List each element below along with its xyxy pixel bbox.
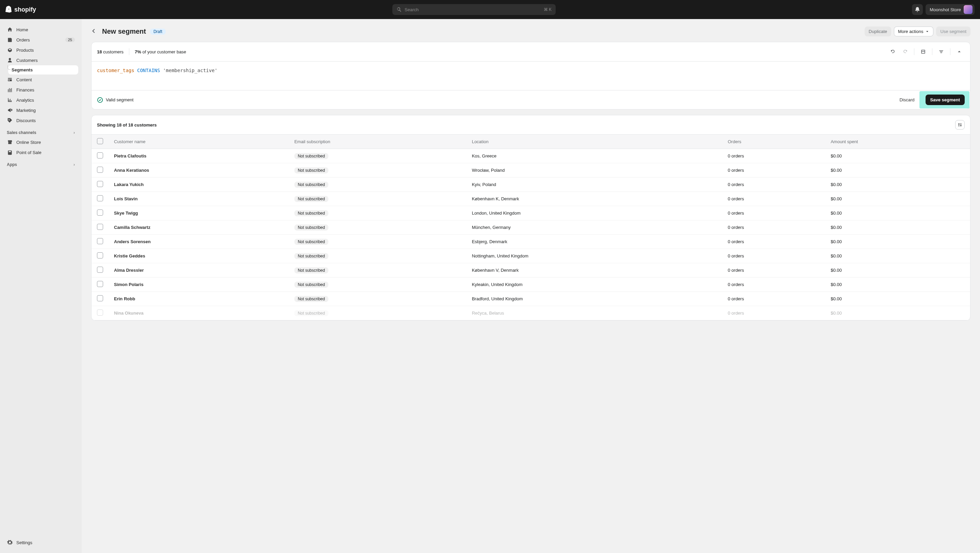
products-icon: [7, 47, 13, 53]
cell-amount: $0.00: [825, 263, 970, 278]
search-shortcut: ⌘ K: [544, 7, 552, 12]
more-actions-button[interactable]: More actions: [894, 27, 933, 37]
save-segment-button[interactable]: Save segment: [926, 95, 965, 105]
sidebar-item-online-store[interactable]: Online Store: [3, 137, 78, 147]
cell-email: Not subscribed: [289, 178, 466, 192]
row-checkbox[interactable]: [97, 153, 103, 159]
cell-location: Kyleakin, United Kingdom: [466, 278, 722, 292]
cell-location: Nottingham, United Kingdom: [466, 249, 722, 263]
table-row[interactable]: Alma DresslerNot subscribedKøbenhavn V, …: [92, 263, 970, 278]
nav-section-sales-channels[interactable]: Sales channels›: [3, 126, 78, 137]
col-name[interactable]: Customer name: [108, 135, 289, 149]
sidebar-item-home[interactable]: Home: [3, 24, 78, 35]
sidebar-item-customers[interactable]: Customers: [3, 55, 78, 65]
row-checkbox[interactable]: [97, 195, 103, 201]
shopify-logo[interactable]: shopify: [5, 6, 36, 13]
table-row[interactable]: Erin RobbNot subscribedBradford, United …: [92, 292, 970, 306]
cell-amount: $0.00: [825, 292, 970, 306]
undo-icon: [890, 49, 896, 54]
sidebar-item-settings[interactable]: Settings: [3, 537, 78, 548]
use-segment-button[interactable]: Use segment: [936, 27, 970, 37]
table-row[interactable]: Kristie GeddesNot subscribedNottingham, …: [92, 249, 970, 263]
cell-name: Anna Keratianos: [108, 163, 289, 178]
duplicate-button[interactable]: Duplicate: [865, 27, 891, 37]
table-row[interactable]: Simon PolarisNot subscribedKyleakin, Uni…: [92, 278, 970, 292]
select-all-checkbox[interactable]: [97, 138, 103, 144]
page-title: New segment: [102, 27, 146, 35]
undo-button[interactable]: [888, 47, 898, 56]
row-checkbox[interactable]: [97, 181, 103, 187]
row-checkbox[interactable]: [97, 210, 103, 216]
cell-name: Anders Sorensen: [108, 235, 289, 249]
sidebar-item-label: Home: [16, 27, 28, 32]
cell-orders: 0 orders: [722, 292, 825, 306]
sidebar-item-marketing[interactable]: Marketing: [3, 105, 78, 115]
back-button[interactable]: [91, 27, 98, 35]
table-row[interactable]: Camilla SchwartzNot subscribedMünchen, G…: [92, 220, 970, 235]
col-location[interactable]: Location: [466, 135, 722, 149]
table-row[interactable]: Lakara YukichNot subscribedKyiv, Poland0…: [92, 178, 970, 192]
cell-email: Not subscribed: [289, 292, 466, 306]
row-checkbox[interactable]: [97, 281, 103, 287]
filter-button[interactable]: [936, 47, 947, 56]
sidebar-item-products[interactable]: Products: [3, 45, 78, 55]
redo-button[interactable]: [900, 47, 911, 56]
cell-location: Bradford, United Kingdom: [466, 292, 722, 306]
cell-location: København V, Denmark: [466, 263, 722, 278]
table-row[interactable]: Anna KeratianosNot subscribedWrocław, Po…: [92, 163, 970, 178]
sidebar-item-label: Customers: [16, 58, 38, 63]
cell-amount: $0.00: [825, 278, 970, 292]
table-row[interactable]: Lois StavinNot subscribedKøbenhavn K, De…: [92, 192, 970, 206]
sidebar-item-finances[interactable]: Finances: [3, 85, 78, 95]
templates-button[interactable]: [918, 47, 929, 56]
cell-name: Kristie Geddes: [108, 249, 289, 263]
col-email[interactable]: Email subscription: [289, 135, 466, 149]
segment-query-editor[interactable]: customer_tags CONTAINS 'membership_activ…: [92, 62, 970, 90]
cell-name: Lakara Yukich: [108, 178, 289, 192]
row-checkbox[interactable]: [97, 167, 103, 173]
sidebar-item-content[interactable]: Content: [3, 75, 78, 85]
results-card: Showing 18 of 18 customers Customer name…: [91, 115, 970, 321]
cell-email: Not subscribed: [289, 278, 466, 292]
cell-email: Not subscribed: [289, 235, 466, 249]
search-icon: [396, 7, 402, 12]
row-checkbox[interactable]: [97, 310, 103, 316]
sidebar-item-orders[interactable]: Orders25: [3, 35, 78, 45]
table-row[interactable]: Anders SorensenNot subscribedEsbjerg, De…: [92, 235, 970, 249]
cell-orders: 0 orders: [722, 235, 825, 249]
cell-amount: $0.00: [825, 220, 970, 235]
table-row[interactable]: Skye TwiggNot subscribedLondon, United K…: [92, 206, 970, 220]
row-checkbox[interactable]: [97, 238, 103, 244]
more-actions-label: More actions: [898, 29, 923, 34]
sidebar-item-label: Content: [16, 77, 32, 82]
sidebar-item-analytics[interactable]: Analytics: [3, 95, 78, 105]
row-checkbox[interactable]: [97, 267, 103, 273]
cell-orders: 0 orders: [722, 206, 825, 220]
row-checkbox[interactable]: [97, 295, 103, 301]
cell-amount: $0.00: [825, 149, 970, 163]
row-checkbox[interactable]: [97, 253, 103, 259]
cell-name: Alma Dressler: [108, 263, 289, 278]
search-input[interactable]: Search ⌘ K: [392, 4, 556, 15]
cell-name: Skye Twigg: [108, 206, 289, 220]
collapse-button[interactable]: [954, 47, 965, 56]
table-row[interactable]: Nina OkunevaNot subscribedRečyca, Belaru…: [92, 306, 970, 320]
sidebar-item-discounts[interactable]: Discounts: [3, 115, 78, 126]
store-selector[interactable]: Moonshot Store: [926, 4, 975, 15]
row-checkbox[interactable]: [97, 224, 103, 230]
col-amount[interactable]: Amount spent: [825, 135, 970, 149]
cell-name: Camilla Schwartz: [108, 220, 289, 235]
nav-section-apps[interactable]: Apps›: [3, 157, 78, 169]
sort-button[interactable]: [955, 120, 965, 130]
sidebar-item-segments[interactable]: Segments: [8, 65, 78, 75]
discard-button[interactable]: Discard: [899, 97, 914, 102]
cell-location: Kyiv, Poland: [466, 178, 722, 192]
sidebar-item-label: Online Store: [16, 140, 41, 145]
pos-icon: [7, 149, 13, 156]
percent-info: 7% of your customer base: [135, 49, 186, 54]
col-orders[interactable]: Orders: [722, 135, 825, 149]
sidebar-item-point-of-sale[interactable]: Point of Sale: [3, 147, 78, 157]
table-row[interactable]: Pietra ClafoutisNot subscribedKos, Greec…: [92, 149, 970, 163]
cell-name: Simon Polaris: [108, 278, 289, 292]
notifications-button[interactable]: [912, 4, 923, 15]
